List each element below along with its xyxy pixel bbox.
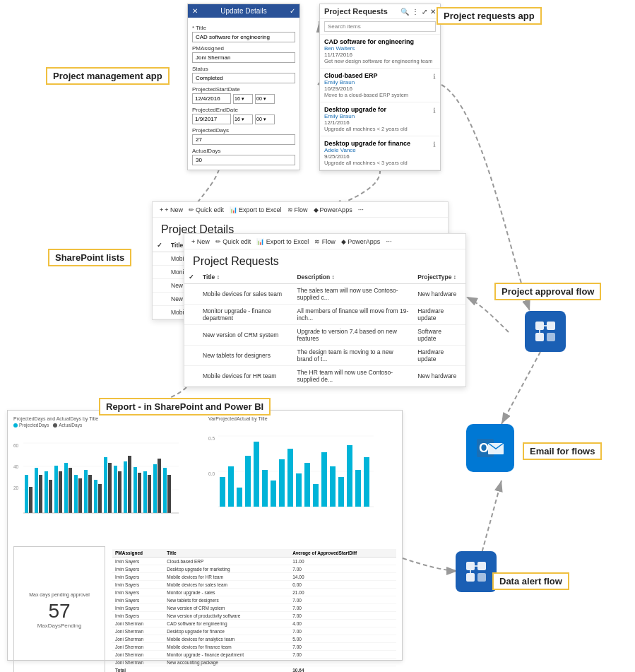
pr-panel-header: Project Requests 🔍 ⋮ ⤢ ✕ [320, 4, 440, 19]
bar-chart: ProjectedDays and ActualDays by Title Pr… [13, 416, 201, 543]
max-days-label: Max days pending approval [29, 592, 90, 597]
proj-end-h[interactable]: 16 ▾ [233, 114, 253, 124]
y-axis-60: 60 [13, 443, 18, 448]
svg-rect-56 [364, 457, 369, 507]
col-check-2: ✓ [184, 271, 198, 284]
table-row: Mobile devices for HR team The HR team w… [184, 366, 465, 387]
bar-chart-title: ProjectedDays and ActualDays by Title [13, 416, 201, 421]
table-row: Joni ShermanMonitor upgrade - finance de… [112, 651, 396, 659]
toolbar-powerapps-2[interactable]: ◆ PowerApps [341, 238, 381, 245]
svg-rect-7 [35, 468, 38, 513]
toolbar-powerapps[interactable]: ◆ PowerApps [314, 206, 352, 213]
pr-item-0-date: 11/17/2016 [324, 52, 436, 58]
svg-rect-31 [153, 464, 157, 513]
svg-rect-59 [535, 333, 544, 341]
svg-rect-14 [69, 468, 72, 513]
pr-item-1-date: 10/29/2016 [324, 86, 436, 92]
toolbar-export-2[interactable]: 📊 Export to Excel [256, 238, 309, 245]
svg-rect-17 [84, 470, 88, 513]
svg-rect-34 [167, 475, 171, 513]
y-axis-20: 20 [13, 485, 18, 490]
pr-item-0-title: CAD software for engineering [324, 38, 436, 45]
table-row: Joni ShermanCAD software for engineering… [112, 620, 396, 627]
data-alert-svg [463, 559, 489, 584]
svg-rect-39 [220, 477, 225, 507]
pr-header-icons: 🔍 ⋮ ⤢ ✕ [400, 8, 436, 16]
confirm-icon[interactable]: ✓ [290, 7, 295, 15]
report-area: ProjectedDays and ActualDays by Title Pr… [7, 410, 403, 661]
table-row: Mobile devices for sales team The sales … [184, 284, 465, 305]
title-field[interactable]: CAD software for engineering [192, 32, 295, 42]
svg-rect-9 [44, 471, 48, 513]
actual-days-field[interactable]: 30 [192, 155, 295, 165]
project-approval-flow-icon [525, 311, 566, 352]
svg-rect-46 [279, 459, 285, 507]
pr-item-3-person: Adele Vance [324, 147, 436, 153]
svg-rect-41 [237, 488, 242, 507]
search-icon[interactable]: 🔍 [400, 8, 409, 16]
svg-rect-48 [296, 473, 302, 507]
y-axis-40: 40 [13, 464, 18, 469]
close-icon[interactable]: ✕ [430, 8, 436, 16]
svg-rect-15 [74, 475, 78, 513]
toolbar-more[interactable]: ··· [358, 206, 364, 213]
data-alert-flow-icon [456, 551, 497, 592]
report-label: Report - in SharePoint and Power BI [99, 398, 271, 415]
toolbar-new-2[interactable]: + New [191, 238, 210, 245]
toolbar-flow-2[interactable]: ≋ Flow [314, 238, 336, 245]
proj-end-m[interactable]: 00 ▾ [255, 114, 275, 124]
svg-rect-42 [245, 456, 251, 507]
project-requests-app-label: Project requests app [437, 7, 542, 25]
legend-actual: ActualDays [53, 423, 82, 428]
table-row: Irvin SayersMobile devices for sales tea… [112, 581, 396, 589]
title-label: * Title [192, 25, 295, 31]
svg-rect-30 [148, 475, 151, 513]
bar-chart-legend: ProjectedDays ActualDays [13, 423, 201, 428]
pr-search-bar [320, 19, 440, 35]
svg-rect-25 [124, 461, 127, 513]
menu-icon[interactable]: ⋮ [412, 8, 419, 16]
svg-rect-53 [338, 477, 344, 507]
expand-icon[interactable]: ⤢ [422, 8, 427, 16]
proj-start-h[interactable]: 16 ▾ [233, 94, 253, 104]
svg-rect-45 [271, 481, 276, 507]
toolbar-quick-edit-2[interactable]: ✏ Quick edit [215, 238, 251, 245]
col-check: ✓ [153, 239, 167, 252]
proj-start-m[interactable]: 00 ▾ [255, 94, 275, 104]
project-requests-list-title: Project Requests [184, 249, 465, 271]
svg-rect-66 [466, 562, 475, 570]
proj-days-label: ProjectedDays [192, 127, 295, 134]
toolbar-more-2[interactable]: ··· [386, 237, 391, 245]
svg-rect-40 [228, 466, 234, 507]
pr-item-3-title: Desktop upgrade for finance [324, 140, 436, 147]
svg-rect-11 [54, 466, 58, 513]
pm-assigned-field[interactable]: Joni Sherman [192, 52, 295, 63]
table-row: Joni ShermanNew accounting package [112, 659, 396, 666]
proj-days-field[interactable]: 27 [192, 134, 295, 145]
proj-end-field[interactable]: 1/9/2017 [192, 114, 231, 124]
table-row: Irvin SayersNew tablets for designers7.0… [112, 596, 396, 604]
update-details-title: Update Details [220, 7, 267, 15]
table-row: Joni ShermanMobile devices for finance t… [112, 643, 396, 651]
project-management-app-label: Project management app [46, 67, 170, 85]
plus-icon: + [160, 206, 163, 213]
close-icon[interactable]: ✕ [192, 7, 198, 15]
toolbar-flow[interactable]: ≋ Flow [287, 206, 308, 213]
svg-rect-18 [88, 475, 92, 513]
search-input[interactable] [324, 21, 436, 32]
bar-chart-svg [23, 436, 186, 528]
toolbar-new[interactable]: + + New [160, 206, 183, 213]
outlook-svg: O [475, 433, 505, 463]
status-field[interactable]: Completed [192, 73, 295, 83]
toolbar-quick-edit[interactable]: ✏ Quick edit [189, 206, 224, 213]
proj-start-row: 12/4/2016 16 ▾ 00 ▾ [192, 93, 295, 104]
svg-rect-19 [94, 480, 97, 513]
update-details-header: ✕ Update Details ✓ [188, 4, 299, 18]
main-diagram: ✕ Update Details ✓ * Title CAD software … [0, 0, 635, 672]
proj-start-field[interactable]: 12/4/2016 [192, 93, 231, 104]
svg-rect-33 [163, 468, 167, 513]
svg-rect-55 [355, 470, 361, 507]
report-lower: Max days pending approval 57 MaxDaysPend… [13, 546, 396, 672]
svg-rect-52 [330, 466, 336, 507]
toolbar-export[interactable]: 📊 Export to Excel [230, 206, 282, 213]
